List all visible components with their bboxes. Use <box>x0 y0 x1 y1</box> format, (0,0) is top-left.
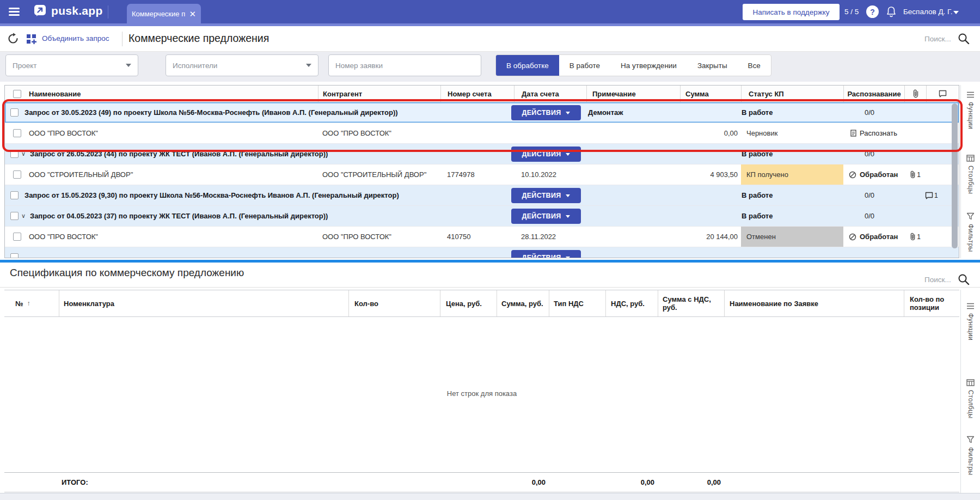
col-vat[interactable]: НДС, руб. <box>605 290 658 316</box>
search-icon[interactable] <box>957 273 970 286</box>
recognize-button[interactable]: Распознать <box>850 129 897 137</box>
table-row-group-partial[interactable]: ДЕЙСТВИЯ <box>5 247 959 258</box>
table-row-item-1[interactable]: ООО "ПРО ВОСТОК" ООО "ПРО ВОСТОК" 0,00 Ч… <box>5 123 959 144</box>
col-note[interactable]: Примечание <box>586 86 680 102</box>
support-button[interactable]: Написать в поддержку <box>743 4 840 20</box>
col-recognition[interactable]: Распознавание <box>843 86 904 102</box>
status-cell: В работе <box>742 144 773 164</box>
row-checkbox[interactable] <box>10 191 19 199</box>
tab-all[interactable]: Все <box>738 55 771 76</box>
col-invoice-number[interactable]: Номер счета <box>440 86 514 102</box>
panel-columns[interactable]: Столбцы <box>961 155 980 194</box>
col-request-name[interactable]: Наименование по Заявке <box>724 290 904 316</box>
page-title: Коммерческие предложения <box>128 32 269 45</box>
col-invoice-date[interactable]: Дата счета <box>514 86 586 102</box>
vertical-scrollbar-thumb[interactable] <box>952 103 958 248</box>
actions-button[interactable]: ДЕЙСТВИЯ <box>511 147 581 162</box>
row-checkbox[interactable] <box>13 233 21 241</box>
col-attachments[interactable] <box>904 86 926 102</box>
row-checkbox[interactable] <box>10 253 19 258</box>
panel-filters[interactable]: Фильтры <box>961 436 980 475</box>
tab-commercial-offers[interactable]: Коммерческие предл ✕ <box>127 4 201 23</box>
merge-request-link[interactable]: Объединить запрос <box>42 34 109 42</box>
user-menu[interactable]: Беспалов Д. Г. <box>903 8 952 16</box>
collapse-chevron-icon[interactable]: ∨ <box>21 144 26 164</box>
splitter-handle[interactable] <box>0 260 980 263</box>
actions-button[interactable]: ДЕЙСТВИЯ <box>511 250 581 258</box>
table-row-group-2[interactable]: ∨ Запрос от 26.05.2023 (44) по проекту Ж… <box>5 144 959 164</box>
spec-table-body: Нет строк для показа <box>4 317 959 472</box>
row-checkbox[interactable] <box>10 150 19 158</box>
table-row-group-1[interactable]: Запрос от 30.05.2023 (49) по проекту Шко… <box>5 102 959 123</box>
panel-filters[interactable]: Фильтры <box>961 212 980 252</box>
table-row-group-3[interactable]: Запрос от 15.05.2023 (9,30) по проекту Ш… <box>5 185 959 206</box>
table-row-item-2[interactable]: ООО "СТРОИТЕЛЬНЫЙ ДВОР" ООО "СТРОИТЕЛЬНЫ… <box>5 164 959 185</box>
col-sum[interactable]: Сумма, руб. <box>497 290 549 316</box>
select-all-checkbox[interactable] <box>13 90 21 98</box>
actions-button-label: ДЕЙСТВИЯ <box>522 192 561 199</box>
row-checkbox[interactable] <box>13 129 21 137</box>
contragent-cell: ООО "ПРО ВОСТОК" <box>318 227 440 247</box>
panel-functions[interactable]: Функции <box>961 303 980 340</box>
request-number-input[interactable] <box>328 54 481 76</box>
user-caret-icon[interactable] <box>953 11 959 14</box>
recognition-processed: Обработан <box>849 170 898 179</box>
comment-count-label: 1 <box>934 192 938 199</box>
col-qty[interactable]: Кол-во <box>348 290 440 316</box>
table-row-item-3[interactable]: ООО "ПРО ВОСТОК" ООО "ПРО ВОСТОК" 410750… <box>5 227 959 247</box>
attachment-count[interactable]: 1 <box>910 170 921 179</box>
collapse-chevron-icon[interactable]: ∨ <box>21 206 26 226</box>
paperclip-icon <box>910 233 916 241</box>
offers-search-placeholder[interactable]: Поиск... <box>924 35 951 43</box>
comment-count[interactable]: 1 <box>925 185 938 205</box>
col-status[interactable]: Статус КП <box>741 86 843 102</box>
col-nomenclature[interactable]: Номенклатура <box>59 290 348 316</box>
row-checkbox[interactable] <box>10 212 19 220</box>
tab-close-icon[interactable]: ✕ <box>189 10 196 18</box>
col-sum-vat[interactable]: Сумма с НДС, руб. <box>658 290 724 316</box>
actions-button-label: ДЕЙСТВИЯ <box>522 212 561 220</box>
actions-button[interactable]: ДЕЙСТВИЯ <box>511 188 581 203</box>
spec-search-placeholder[interactable]: Поиск... <box>924 276 951 284</box>
merge-request-icon[interactable] <box>26 34 38 45</box>
actions-button-label: ДЕЙСТВИЯ <box>522 254 561 258</box>
refresh-icon[interactable] <box>7 33 19 45</box>
col-contragent[interactable]: Контрагент <box>318 86 440 102</box>
bottom-scrollbar-track[interactable] <box>0 493 980 500</box>
actions-button[interactable]: ДЕЙСТВИЯ <box>511 105 581 120</box>
panel-columns[interactable]: Столбцы <box>961 379 980 419</box>
functions-icon <box>966 92 975 98</box>
row-checkbox[interactable] <box>10 108 19 117</box>
project-select[interactable]: Проект <box>5 54 138 76</box>
notifications-bell-icon[interactable] <box>886 6 897 17</box>
sort-ascending-icon[interactable]: ↑ <box>27 300 30 308</box>
panel-filters-label: Фильтры <box>967 447 975 475</box>
chevron-down-icon <box>566 112 570 114</box>
col-num[interactable]: № ↑ <box>4 290 59 316</box>
col-vat-type[interactable]: Тип НДС <box>549 290 605 316</box>
help-icon[interactable]: ? <box>866 5 879 18</box>
col-sum[interactable]: Сумма <box>680 86 741 102</box>
search-icon[interactable] <box>957 32 970 45</box>
tab-on-approval[interactable]: На утверждении <box>610 55 687 76</box>
col-comments[interactable] <box>926 86 959 102</box>
panel-functions[interactable]: Функции <box>961 92 980 129</box>
actions-button[interactable]: ДЕЙСТВИЯ <box>511 209 581 224</box>
status-badge: КП получено <box>741 164 843 185</box>
tab-in-work[interactable]: В работе <box>559 55 610 76</box>
tab-in-processing[interactable]: В обработке <box>496 55 559 76</box>
hamburger-menu-icon[interactable] <box>9 8 20 16</box>
attachment-count[interactable]: 1 <box>910 233 921 241</box>
row-checkbox[interactable] <box>13 170 21 179</box>
col-qty-position[interactable]: Кол-во по позиции <box>904 290 959 316</box>
app-logo[interactable]: pusk.app <box>34 4 103 17</box>
sum-cell: 20 144,00 <box>680 227 741 247</box>
col-price[interactable]: Цена, руб. <box>440 290 497 316</box>
invoice-date-cell: 10.10.2022 <box>514 164 586 185</box>
tab-closed[interactable]: Закрыты <box>687 55 738 76</box>
col-name[interactable]: Наименование <box>24 86 318 102</box>
executors-select[interactable]: Исполнители <box>166 54 318 76</box>
table-row-group-4[interactable]: ∨ Запрос от 04.05.2023 (37) по проекту Ж… <box>5 206 959 227</box>
columns-icon <box>966 379 975 386</box>
filter-funnel-icon <box>966 436 975 443</box>
